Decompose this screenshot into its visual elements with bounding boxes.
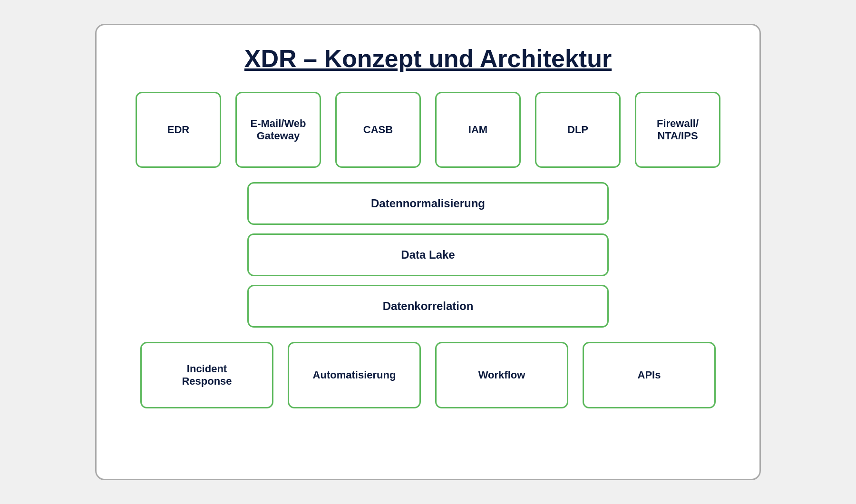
- datennormalisierung-box: Datennormalisierung: [247, 182, 609, 225]
- source-box-edr: EDR: [136, 92, 221, 168]
- top-row: EDR E-Mail/WebGateway CASB IAM DLP Firew…: [125, 92, 731, 168]
- data-lake-box: Data Lake: [247, 233, 609, 276]
- page-title: XDR – Konzept und Architektur: [244, 44, 612, 73]
- workflow-box: Workflow: [435, 342, 568, 408]
- automatisierung-box: Automatisierung: [288, 342, 421, 408]
- incident-response-box: IncidentResponse: [140, 342, 273, 408]
- bottom-row: IncidentResponse Automatisierung Workflo…: [125, 342, 731, 408]
- source-box-iam: IAM: [435, 92, 521, 168]
- main-container: XDR – Konzept und Architektur EDR E-Mail…: [95, 24, 761, 480]
- source-box-firewall-nta-ips: Firewall/NTA/IPS: [635, 92, 720, 168]
- datenkorrelation-box: Datenkorrelation: [247, 285, 609, 328]
- middle-section: Datennormalisierung Data Lake Datenkorre…: [247, 182, 609, 328]
- source-box-dlp: DLP: [535, 92, 621, 168]
- apis-box: APIs: [583, 342, 716, 408]
- source-box-email-web-gateway: E-Mail/WebGateway: [235, 92, 321, 168]
- source-box-casb: CASB: [335, 92, 421, 168]
